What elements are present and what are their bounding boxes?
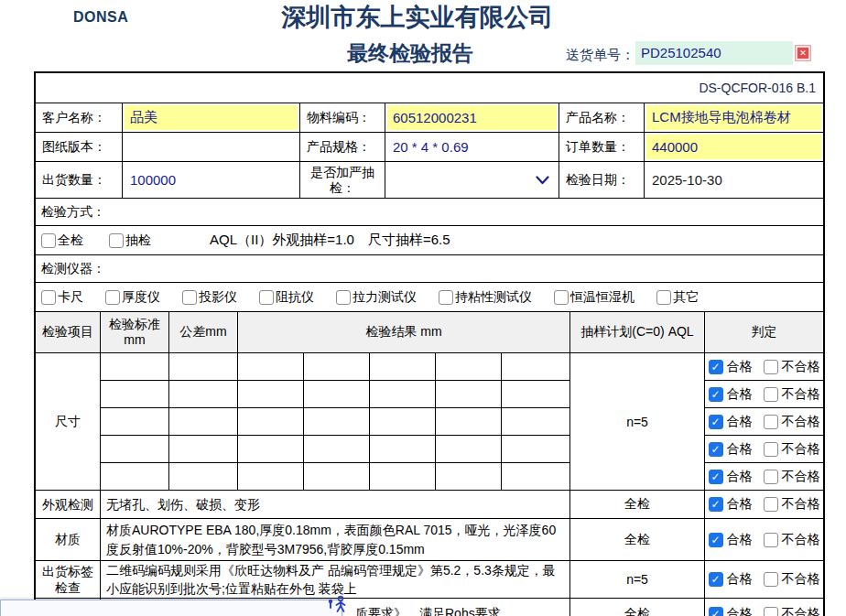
fail-label: 不合格 xyxy=(782,386,820,403)
checkmark-icon: ✓ xyxy=(710,609,720,616)
pass-checkbox[interactable]: ✓ xyxy=(709,415,723,429)
header-judgement-text: 判定 xyxy=(752,324,777,340)
fail-checkbox[interactable] xyxy=(764,387,778,402)
fail-label: 不合格 xyxy=(782,441,820,458)
projector-checkbox[interactable] xyxy=(182,290,197,305)
strict-sampling-cell xyxy=(385,162,559,199)
customer-label-text: 客户名称： xyxy=(42,110,106,124)
fail-checkbox[interactable] xyxy=(764,572,778,587)
climate-chamber-checkbox[interactable] xyxy=(554,290,569,305)
pass-checkbox[interactable]: ✓ xyxy=(709,442,723,457)
pass-checkbox[interactable]: ✓ xyxy=(709,607,723,616)
inspect-date-input[interactable]: 2025-10-30 xyxy=(646,164,821,196)
judgement-cell: ✓合格不合格 xyxy=(705,599,823,616)
result-cell[interactable] xyxy=(238,353,304,381)
strict-sampling-dropdown[interactable] xyxy=(387,164,557,196)
result-cell[interactable] xyxy=(370,408,436,436)
result-cell[interactable] xyxy=(304,353,370,381)
sampling-inspection-checkbox[interactable] xyxy=(109,233,124,248)
tolerance-cell[interactable] xyxy=(169,436,238,463)
pass-checkbox[interactable]: ✓ xyxy=(709,470,723,484)
header-result: 检验结果 mm xyxy=(238,312,570,353)
judgement-cell: ✓合格不合格 xyxy=(705,353,823,381)
final-inspection-report-page: DONSA 深圳市东上实业有限公司 最终检验报告 送货单号： PD2510254… xyxy=(0,0,846,616)
result-cell[interactable] xyxy=(304,463,370,491)
full-inspection-checkbox[interactable] xyxy=(41,233,56,248)
result-cell[interactable] xyxy=(238,463,304,491)
result-cell[interactable] xyxy=(304,436,370,463)
result-cell[interactable] xyxy=(502,463,570,491)
header-item: 检验项目 xyxy=(36,312,101,353)
pass-checkbox[interactable]: ✓ xyxy=(709,360,723,374)
standard-cell[interactable] xyxy=(101,436,169,463)
drawing-version-input[interactable] xyxy=(125,135,298,159)
result-cell[interactable] xyxy=(436,463,502,491)
tolerance-cell[interactable] xyxy=(169,353,238,381)
material-code-cell: 60512000231 xyxy=(385,103,559,133)
order-qty-input[interactable]: 440000 xyxy=(646,135,821,159)
fail-checkbox[interactable] xyxy=(764,470,778,484)
result-cell[interactable] xyxy=(304,408,370,436)
ship-qty-input[interactable]: 100000 xyxy=(125,164,298,196)
rohs-sampling-text: 全检 xyxy=(624,606,650,616)
fail-checkbox[interactable] xyxy=(764,607,778,616)
instrument-tension-tester: 拉力测试仪 xyxy=(336,289,417,306)
other-instrument-checkbox[interactable] xyxy=(656,290,671,305)
delivery-no-input[interactable]: PD25102540 xyxy=(635,41,793,65)
pass-checkbox[interactable]: ✓ xyxy=(709,572,723,587)
pass-label: 合格 xyxy=(727,571,753,588)
climate-chamber-label: 恒温恒湿机 xyxy=(570,289,634,306)
result-cell[interactable] xyxy=(502,353,570,381)
standard-cell[interactable] xyxy=(101,381,169,408)
standard-cell[interactable] xyxy=(101,463,169,491)
result-cell[interactable] xyxy=(238,436,304,463)
result-cell[interactable] xyxy=(436,436,502,463)
result-cell[interactable] xyxy=(370,353,436,381)
customer-input[interactable]: 品美 xyxy=(125,105,298,130)
result-cell[interactable] xyxy=(436,408,502,436)
instrument-caliper: 卡尺 xyxy=(41,289,83,306)
result-cell[interactable] xyxy=(502,408,570,436)
fail-checkbox[interactable] xyxy=(764,533,778,547)
tolerance-cell[interactable] xyxy=(169,381,238,408)
tolerance-cell[interactable] xyxy=(169,408,238,436)
pass-checkbox[interactable]: ✓ xyxy=(709,387,723,402)
caliper-checkbox[interactable] xyxy=(41,290,56,305)
label-check-item-text: 出货标签检查 xyxy=(38,563,98,596)
method-option-sampling: 抽检 xyxy=(109,232,151,249)
tension-tester-checkbox[interactable] xyxy=(336,290,351,305)
result-cell[interactable] xyxy=(436,381,502,408)
header-standard-line1: 检验标准 xyxy=(109,317,160,333)
material-code-input[interactable]: 60512000231 xyxy=(387,105,557,130)
result-cell[interactable] xyxy=(238,381,304,408)
rohs-sampling: 全检 xyxy=(570,599,705,616)
standard-cell[interactable] xyxy=(101,408,169,436)
tack-tester-checkbox[interactable] xyxy=(439,290,453,305)
result-cell[interactable] xyxy=(502,436,570,463)
sampling-inspection-label: 抽检 xyxy=(125,232,151,249)
order-qty-label-text: 订单数量： xyxy=(566,139,630,154)
fail-checkbox[interactable] xyxy=(764,497,778,512)
fail-checkbox[interactable] xyxy=(764,442,778,457)
standard-cell[interactable] xyxy=(101,353,169,381)
result-cell[interactable] xyxy=(370,436,436,463)
result-cell[interactable] xyxy=(370,381,436,408)
tolerance-cell[interactable] xyxy=(169,463,238,491)
pass-label: 合格 xyxy=(727,359,753,375)
result-cell[interactable] xyxy=(304,381,370,408)
result-cell[interactable] xyxy=(238,408,304,436)
size-sampling-text: n=5 xyxy=(626,415,648,429)
pass-checkbox[interactable]: ✓ xyxy=(709,497,723,512)
result-cell[interactable] xyxy=(370,463,436,491)
result-cell[interactable] xyxy=(502,381,570,408)
impedance-meter-checkbox[interactable] xyxy=(259,290,274,305)
company-name: 深圳市东上实业有限公司 xyxy=(0,1,835,34)
result-cell[interactable] xyxy=(436,353,502,381)
product-spec-input[interactable]: 20 * 4 * 0.69 xyxy=(387,135,557,159)
pass-checkbox[interactable]: ✓ xyxy=(709,533,723,547)
product-name-input[interactable]: LCM接地导电泡棉卷材 xyxy=(646,105,821,130)
fail-checkbox[interactable] xyxy=(764,415,778,429)
other-instrument-label: 其它 xyxy=(673,289,699,306)
thickness-gauge-checkbox[interactable] xyxy=(105,290,120,305)
fail-checkbox[interactable] xyxy=(764,360,778,374)
